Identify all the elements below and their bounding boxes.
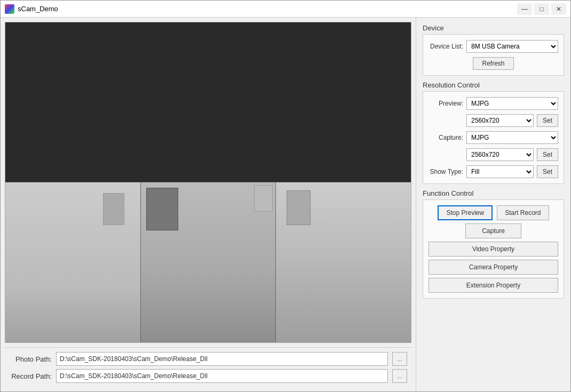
capture-format-row: Capture: MJPG YUY2: [429, 131, 558, 144]
capture-format-select[interactable]: MJPG YUY2: [466, 131, 558, 144]
record-browse-button[interactable]: ...: [392, 369, 407, 383]
refresh-button[interactable]: Refresh: [473, 57, 513, 70]
main-window: sCam_Demo — □ ✕: [0, 0, 571, 392]
record-path-input[interactable]: [56, 369, 388, 383]
minimize-button[interactable]: —: [517, 3, 532, 15]
resolution-section-title: Resolution Control: [423, 81, 564, 89]
record-path-label: Record Path:: [9, 372, 52, 380]
resolution-box: Preview: MJPG YUY2 2560x720 1280x360 640…: [423, 91, 564, 184]
function-control-section: Function Control Stop Preview Start Reco…: [423, 189, 564, 299]
window-title: sCam_Demo: [18, 5, 517, 13]
maximize-button[interactable]: □: [534, 3, 549, 15]
photo-path-row: Photo Path: ...: [9, 352, 407, 366]
device-section: Device Device List: 8M USB Camera Refres…: [423, 24, 564, 76]
camera-segment-1: [5, 182, 141, 343]
preview-res-select[interactable]: 2560x720 1280x360 640x480: [466, 114, 534, 127]
preview-format-select[interactable]: MJPG YUY2: [466, 97, 558, 110]
photo-path-label: Photo Path:: [9, 355, 52, 363]
cabinet-2: [254, 185, 273, 212]
preview-format-row: Preview: MJPG YUY2: [429, 97, 558, 110]
show-type-row: Show Type: Fill Fit Stretch Set: [429, 165, 558, 178]
shelf-1: [146, 188, 178, 230]
stop-preview-button[interactable]: Stop Preview: [438, 205, 493, 220]
preview-area: [5, 22, 411, 343]
function-box: Stop Preview Start Record Capture Video …: [423, 199, 564, 299]
start-record-button[interactable]: Start Record: [497, 205, 549, 220]
refresh-row: Refresh: [429, 57, 558, 70]
resolution-section: Resolution Control Preview: MJPG YUY2 25…: [423, 81, 564, 184]
cabinet-3: [287, 190, 311, 225]
app-icon: [5, 4, 14, 14]
device-list-select[interactable]: 8M USB Camera: [466, 40, 558, 53]
show-type-select[interactable]: Fill Fit Stretch: [466, 165, 534, 178]
show-type-label: Show Type:: [429, 168, 463, 175]
photo-browse-button[interactable]: ...: [392, 352, 407, 366]
function-buttons: Stop Preview Start Record Capture Video …: [429, 205, 558, 293]
right-panel: Device Device List: 8M USB Camera Refres…: [416, 18, 570, 391]
device-section-title: Device: [423, 24, 564, 32]
camera-feed: [5, 182, 411, 343]
device-box: Device List: 8M USB Camera Refresh: [423, 34, 564, 76]
left-panel: Photo Path: ... Record Path: ...: [1, 18, 416, 391]
preview-set-button[interactable]: Set: [537, 114, 558, 127]
record-path-row: Record Path: ...: [9, 369, 407, 383]
title-bar: sCam_Demo — □ ✕: [1, 1, 570, 18]
cabinet-1: [103, 193, 124, 225]
capture-set-button[interactable]: Set: [537, 148, 558, 161]
preview-label: Preview:: [429, 100, 463, 107]
extension-property-button[interactable]: Extension Property: [429, 278, 558, 293]
preview-record-row: Stop Preview Start Record: [429, 205, 558, 220]
capture-label: Capture:: [429, 134, 463, 141]
capture-button[interactable]: Capture: [465, 223, 521, 238]
paths-section: Photo Path: ... Record Path: ...: [5, 347, 411, 387]
close-button[interactable]: ✕: [551, 3, 566, 15]
device-list-label: Device List:: [429, 43, 463, 50]
photo-path-input[interactable]: [56, 352, 388, 366]
main-content: Photo Path: ... Record Path: ... Device …: [1, 18, 570, 391]
camera-segment-3: [276, 182, 411, 343]
capture-res-row: 2560x720 1280x360 Set: [466, 148, 558, 161]
camera-segment-2: [141, 182, 276, 343]
video-property-button[interactable]: Video Property: [429, 242, 558, 257]
capture-res-select[interactable]: 2560x720 1280x360: [466, 148, 534, 161]
show-type-set-button[interactable]: Set: [537, 165, 558, 178]
device-list-row: Device List: 8M USB Camera: [429, 40, 558, 53]
top-black-area: [5, 22, 411, 182]
preview-res-row: 2560x720 1280x360 640x480 Set: [466, 114, 558, 127]
camera-property-button[interactable]: Camera Property: [429, 260, 558, 275]
function-section-title: Function Control: [423, 189, 564, 197]
window-controls: — □ ✕: [517, 3, 566, 15]
capture-row: Capture: [429, 223, 558, 238]
